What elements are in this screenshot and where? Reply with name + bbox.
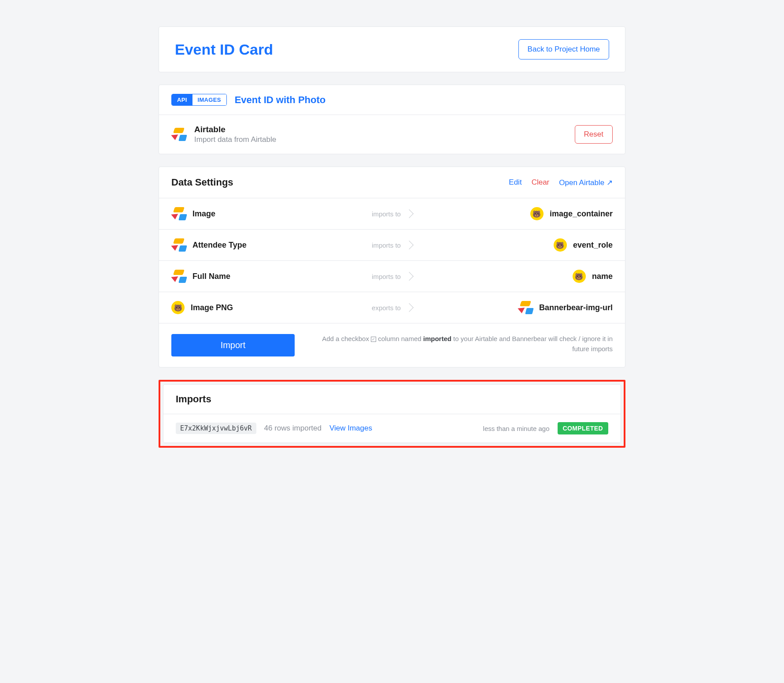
imports-highlight: Imports E7x2KkWjxjvwLbj6vR 46 rows impor… xyxy=(159,380,625,448)
mapping-row: Imageimports toimage_container xyxy=(159,198,625,230)
imports-card: Imports E7x2KkWjxjvwLbj6vR 46 rows impor… xyxy=(163,384,621,443)
mapping-row: Full Nameimports toname xyxy=(159,261,625,292)
target-field-label: name xyxy=(592,272,613,281)
mapping-direction: imports to xyxy=(372,273,412,280)
mapping-target: event_role xyxy=(412,238,613,252)
mapping-source: Image PNG xyxy=(171,301,372,314)
reset-button[interactable]: Reset xyxy=(575,125,613,144)
mapping-source: Full Name xyxy=(171,270,372,283)
open-airtable-link[interactable]: Open Airtable ↗ xyxy=(559,178,613,187)
template-source-card: API IMAGES Event ID with Photo Airtable … xyxy=(159,85,625,154)
settings-header: Data Settings Edit Clear Open Airtable ↗ xyxy=(159,167,625,198)
mapping-source: Image xyxy=(171,207,372,220)
mapping-target: name xyxy=(412,270,613,283)
mapping-direction: imports to xyxy=(372,241,412,249)
source-field-label: Full Name xyxy=(192,272,230,281)
source-name: Airtable xyxy=(194,125,567,134)
bannerbear-icon xyxy=(573,270,586,283)
airtable-icon xyxy=(171,270,186,283)
checkbox-icon: ✓ xyxy=(371,337,376,342)
source-field-label: Image xyxy=(192,209,215,219)
import-time: less than a minute ago xyxy=(483,425,550,432)
airtable-icon xyxy=(171,238,186,252)
import-button[interactable]: Import xyxy=(171,334,295,356)
settings-title: Data Settings xyxy=(171,177,233,188)
mapping-target: image_container xyxy=(412,207,613,220)
toggle-images[interactable]: IMAGES xyxy=(192,94,226,105)
clear-link[interactable]: Clear xyxy=(532,178,550,187)
source-description: Import data from Airtable xyxy=(194,135,567,144)
toggle-api[interactable]: API xyxy=(172,94,192,105)
mapping-direction: imports to xyxy=(372,210,412,218)
project-title: Event ID Card xyxy=(175,41,273,58)
import-summary: 46 rows imported xyxy=(264,424,322,433)
settings-links: Edit Clear Open Airtable ↗ xyxy=(509,178,613,187)
edit-link[interactable]: Edit xyxy=(509,178,521,187)
import-id: E7x2KkWjxjvwLbj6vR xyxy=(176,423,256,434)
mapping-row: Image PNGexports toBannerbear-img-url xyxy=(159,292,625,323)
bannerbear-icon xyxy=(554,238,567,252)
back-to-project-button[interactable]: Back to Project Home xyxy=(518,39,609,59)
source-info: Airtable Import data from Airtable xyxy=(194,125,567,144)
airtable-icon xyxy=(518,301,533,314)
template-name[interactable]: Event ID with Photo xyxy=(235,94,326,106)
source-field-label: Attendee Type xyxy=(192,241,247,250)
target-field-label: event_role xyxy=(573,241,613,250)
import-status-badge: COMPLETED xyxy=(558,422,609,434)
mapping-row: Attendee Typeimports toevent_role xyxy=(159,230,625,261)
mapping-target: Bannerbear-img-url xyxy=(412,301,613,314)
project-header: Event ID Card Back to Project Home xyxy=(159,26,625,72)
mapping-source: Attendee Type xyxy=(171,238,372,252)
target-field-label: Bannerbear-img-url xyxy=(539,303,613,312)
airtable-icon xyxy=(171,207,186,220)
import-helper-text: Add a checkbox ✓ column named imported t… xyxy=(307,334,613,354)
imports-header: Imports xyxy=(163,385,621,414)
airtable-icon xyxy=(171,128,186,141)
bannerbear-icon xyxy=(171,301,185,314)
mode-toggle: API IMAGES xyxy=(171,94,227,106)
view-images-link[interactable]: View Images xyxy=(329,424,372,433)
action-row: Import Add a checkbox ✓ column named imp… xyxy=(159,323,625,367)
source-row: Airtable Import data from Airtable Reset xyxy=(159,115,625,154)
target-field-label: image_container xyxy=(550,209,613,219)
bannerbear-icon xyxy=(530,207,544,220)
import-row: E7x2KkWjxjvwLbj6vR 46 rows imported View… xyxy=(163,414,621,443)
source-field-label: Image PNG xyxy=(191,303,233,312)
data-settings-card: Data Settings Edit Clear Open Airtable ↗… xyxy=(159,167,625,367)
mapping-direction: exports to xyxy=(372,304,412,312)
template-row: API IMAGES Event ID with Photo xyxy=(159,85,625,115)
imports-title: Imports xyxy=(176,393,608,405)
